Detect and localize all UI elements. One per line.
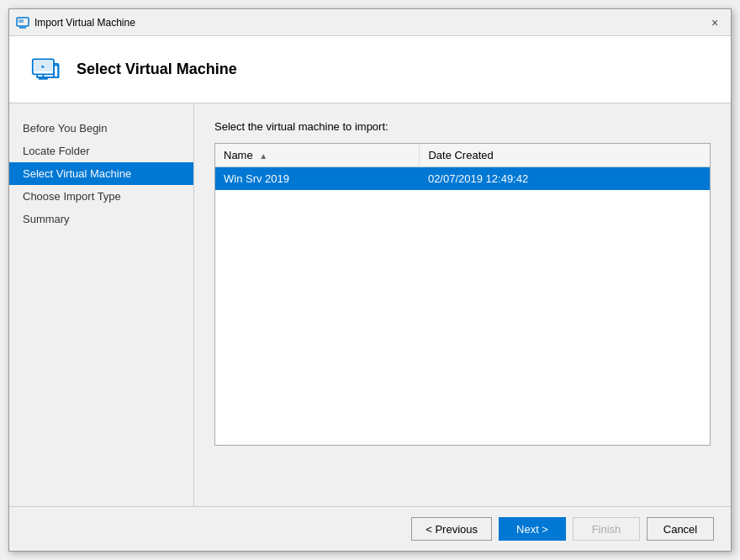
page-title: Select Virtual Machine — [77, 61, 237, 78]
column-header-name[interactable]: Name ▲ — [215, 144, 420, 167]
dialog-header: Select Virtual Machine — [9, 36, 731, 103]
title-bar-left: Import Virtual Machine — [16, 16, 135, 29]
sort-arrow-name: ▲ — [259, 151, 267, 161]
dialog-footer: < Previous Next > Finish Cancel — [9, 506, 731, 551]
table-row[interactable]: Win Srv 2019 02/07/2019 12:49:42 — [215, 167, 710, 191]
title-bar: Import Virtual Machine × — [9, 9, 731, 36]
close-button[interactable]: × — [706, 13, 724, 32]
vm-date-cell: 02/07/2019 12:49:42 — [420, 167, 710, 191]
main-content: Select the virtual machine to import: Na… — [194, 103, 731, 506]
header-vm-icon — [29, 53, 63, 87]
vm-table: Name ▲ Date Created Win Srv 2019 02/07/2… — [215, 144, 710, 190]
import-virtual-machine-dialog: Import Virtual Machine × Select Virtual … — [8, 8, 732, 552]
finish-button[interactable]: Finish — [573, 517, 640, 541]
previous-button[interactable]: < Previous — [411, 517, 492, 541]
next-button[interactable]: Next > — [499, 517, 566, 541]
window-title: Import Virtual Machine — [34, 17, 135, 29]
instruction-text: Select the virtual machine to import: — [214, 120, 711, 133]
table-header-row: Name ▲ Date Created — [215, 144, 710, 167]
vm-table-container: Name ▲ Date Created Win Srv 2019 02/07/2… — [214, 143, 711, 446]
svg-rect-3 — [34, 61, 53, 71]
sidebar-item-summary[interactable]: Summary — [9, 208, 193, 230]
sidebar: Before You Begin Locate Folder Select Vi… — [9, 103, 194, 506]
vm-name-cell: Win Srv 2019 — [215, 167, 420, 191]
svg-rect-1 — [18, 19, 24, 23]
content-area: Before You Begin Locate Folder Select Vi… — [9, 103, 731, 506]
sidebar-item-select-virtual-machine[interactable]: Select Virtual Machine — [9, 162, 193, 185]
cancel-button[interactable]: Cancel — [647, 517, 714, 541]
window-icon — [16, 16, 29, 29]
column-header-date-created[interactable]: Date Created — [420, 144, 710, 167]
sidebar-item-locate-folder[interactable]: Locate Folder — [9, 140, 193, 162]
sidebar-item-choose-import-type[interactable]: Choose Import Type — [9, 185, 193, 208]
sidebar-item-before-you-begin[interactable]: Before You Begin — [9, 117, 193, 140]
